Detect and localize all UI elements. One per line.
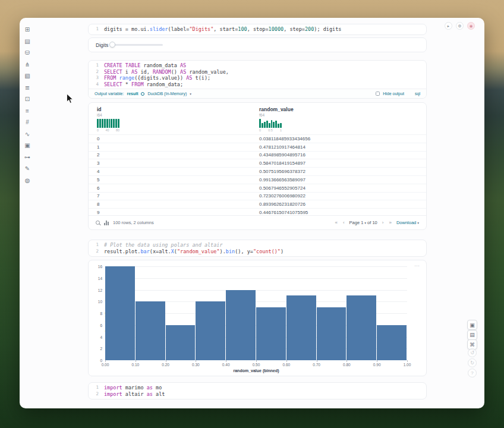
cell-id: 3 <box>89 160 259 166</box>
table-row: 30.5847018419154897 <box>89 159 426 167</box>
cell-random-value: 0.5067946552905724 <box>259 185 426 191</box>
code-cell-slider[interactable]: 1digits = mo.ui.slider(label="Digits", s… <box>88 24 427 35</box>
cell-id: 9 <box>89 210 259 215</box>
chevron-down-icon: ▾ <box>417 221 419 225</box>
digits-slider[interactable] <box>112 44 163 46</box>
y-tick-label: 6 <box>100 323 102 327</box>
code-text: # Plot the data using polars and altair <box>104 242 223 248</box>
table-row: 80.8939626231820726 <box>89 200 426 208</box>
column-header-random-value[interactable]: random_value f64 00.51 <box>259 106 294 132</box>
sidebar-file-explorer-icon[interactable]: ⊞ <box>20 24 35 36</box>
download-button[interactable]: Download ▾ <box>396 220 419 225</box>
run-all-button[interactable]: ▸ <box>445 22 452 30</box>
line-number: 2 <box>89 248 104 255</box>
code-line[interactable]: 4SELECT * FROM random_data; <box>89 81 426 88</box>
x-tick-label: 0.40 <box>222 363 230 367</box>
next-page-button[interactable]: › <box>382 220 385 225</box>
sidebar-ai-assistant-icon[interactable]: ⊡ <box>20 93 35 105</box>
cell-language-badge[interactable]: sql <box>415 92 420 96</box>
last-page-button[interactable]: » <box>388 220 392 225</box>
search-icon[interactable] <box>96 221 100 225</box>
y-tick-label: 8 <box>100 311 102 316</box>
cell-random-value: 0.7230276006980922 <box>259 193 426 199</box>
chart-menu-button[interactable]: ⋯ <box>414 263 420 269</box>
code-line[interactable]: 1import marimo as mo <box>89 385 426 391</box>
sidebar-snippets-icon[interactable]: # <box>20 117 35 128</box>
y-tick-label: 2 <box>100 347 102 351</box>
slider-handle[interactable] <box>109 42 115 48</box>
cell-id: 4 <box>89 169 259 174</box>
gridline <box>105 290 407 291</box>
code-line[interactable]: 2result.plot.bar(x=alt.X("random_value")… <box>89 248 426 255</box>
code-line[interactable]: 1CREATE TABLE random_data AS <box>89 62 426 69</box>
x-tick <box>346 360 347 362</box>
histogram-bar <box>166 325 196 360</box>
code-cell-plot[interactable]: 1# Plot the data using polars and altair… <box>88 240 427 257</box>
sidebar-packages-icon[interactable]: ▧ <box>20 70 35 82</box>
gridline <box>105 266 407 267</box>
code-line[interactable]: 2import altair as alt <box>89 391 426 398</box>
settings-button[interactable]: ⚙ <box>456 22 464 30</box>
y-tick-label: 0 <box>100 358 102 363</box>
code-line[interactable]: 1# Plot the data using polars and altair <box>89 242 426 248</box>
code-cell-imports[interactable]: 1import marimo as mo2import altair as al… <box>88 382 427 399</box>
sidebar-datasources-icon[interactable]: ⛁ <box>20 47 35 59</box>
hide-output-checkbox[interactable] <box>376 92 380 96</box>
first-page-button[interactable]: « <box>334 220 338 225</box>
chart-toggle-icon[interactable] <box>104 221 109 225</box>
sql-engine-select[interactable]: DuckDB (In-Memory) <box>147 92 187 96</box>
sidebar-secrets-icon[interactable]: ⊶ <box>20 152 35 163</box>
y-tick-label: 4 <box>100 335 102 339</box>
sidebar-tracing-icon[interactable]: ∿ <box>20 128 35 140</box>
sidebar-documentation-icon[interactable]: ≣ <box>20 82 35 94</box>
table-row: 70.7230276006980922 <box>89 192 426 200</box>
x-tick <box>226 360 226 362</box>
x-tick <box>166 360 166 362</box>
duckdb-icon <box>141 92 144 96</box>
histogram-chart: Count of Records random_value (binned) 0… <box>105 266 407 360</box>
code-text: CREATE TABLE random_data AS <box>104 62 186 69</box>
sidebar-feedback-icon[interactable]: ◍ <box>20 175 35 187</box>
window-controls: ▸⚙◉ <box>445 22 475 30</box>
code-line[interactable]: 2SELECT i AS id, RANDOM() AS random_valu… <box>89 69 426 75</box>
sidebar-outline-icon[interactable]: ▣ <box>20 140 35 152</box>
histogram-bar <box>377 325 407 360</box>
x-tick <box>317 360 317 362</box>
sidebar-files-icon[interactable]: ▤ <box>20 36 35 48</box>
cell-random-value: 0.4348985904895716 <box>259 152 426 158</box>
code-cell-sql[interactable]: 1CREATE TABLE random_data AS2SELECT i AS… <box>88 60 427 99</box>
sidebar-logs-icon[interactable]: ≡ <box>20 105 35 117</box>
column-header-id[interactable]: id i64 04080 <box>97 106 119 132</box>
prev-page-button[interactable]: ‹ <box>342 220 345 225</box>
random-value-column-histogram <box>259 119 282 128</box>
code-text: import marimo as mo <box>104 385 162 391</box>
code-text: SELECT i AS id, RANDOM() AS random_value… <box>104 69 229 75</box>
code-text: import altair as alt <box>104 391 165 398</box>
undo-button[interactable]: ↺ <box>468 348 477 357</box>
line-number: 2 <box>89 391 104 398</box>
x-tick-label: 0.70 <box>313 363 320 367</box>
code-line[interactable]: 3FROM range({digits.value}) AS t(i); <box>89 75 426 81</box>
sidebar-scratchpad-icon[interactable]: ✎ <box>20 163 35 175</box>
histogram-bar <box>256 307 286 360</box>
x-tick <box>136 360 136 362</box>
cell-random-value: 0.8939626231820726 <box>259 202 426 207</box>
x-tick <box>196 360 196 362</box>
panel-toggle-button[interactable]: ▣ <box>467 320 477 330</box>
kernel-status-button[interactable]: ◉ <box>467 22 475 30</box>
x-tick-label: 1.00 <box>404 363 411 367</box>
console-panel-button[interactable]: ▤ <box>467 330 477 340</box>
line-number: 1 <box>89 62 104 69</box>
page-number-select[interactable]: 1 <box>361 220 363 225</box>
x-tick-label: 0.20 <box>162 363 169 367</box>
sidebar-dependency-graph-icon[interactable]: ⋔ <box>20 59 35 71</box>
hide-output-label[interactable]: Hide output <box>383 92 404 96</box>
help-button[interactable]: ? <box>468 369 477 377</box>
cell-id: 5 <box>89 177 259 182</box>
x-axis-title: random_value (binned) <box>233 369 279 373</box>
history-button[interactable]: ↻ <box>468 358 477 367</box>
cell-random-value: 0.038118485933434656 <box>259 136 426 141</box>
code-line[interactable]: 1digits = mo.ui.slider(label="Digits", s… <box>89 26 426 33</box>
line-number: 3 <box>89 75 104 81</box>
x-tick-label: 0.10 <box>131 363 139 367</box>
